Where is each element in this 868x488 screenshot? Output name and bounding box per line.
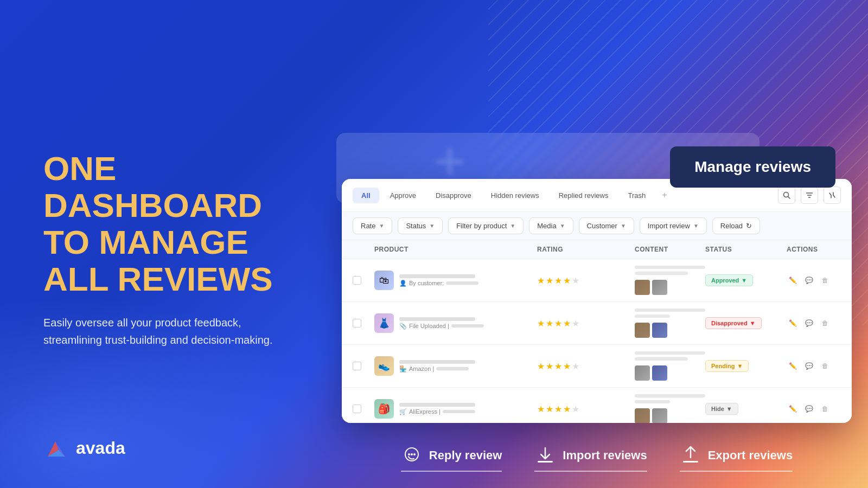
row3-content-bar1 [635,351,705,355]
tab-approve[interactable]: Approve [381,188,425,203]
tab-disapprove[interactable]: Disapprove [427,188,480,203]
row1-status-chevron: ▼ [741,277,747,284]
row2-product-thumb: 👗 [374,313,394,333]
reply-icon-svg [402,446,422,465]
star4: ★ [563,361,571,371]
row2-source: 📎 File Uploaded | [399,323,484,330]
row2-status-badge[interactable]: Disapproved ▼ [705,317,762,329]
row1-edit-icon[interactable]: ✏️ [787,274,799,286]
row3-checkbox[interactable] [353,362,361,370]
row1-content-bar1 [635,266,705,269]
row1-product-bar-long [399,274,475,278]
col-checkbox [353,246,374,253]
media-chevron-icon: ▼ [560,223,565,229]
import-review-chevron-icon: ▼ [693,223,699,229]
row1-product-thumb: 🛍 [374,271,394,290]
row3-reply-icon[interactable]: 💬 [803,360,815,372]
export-reviews-button[interactable]: Export reviews [680,445,793,472]
row2-delete-icon[interactable]: 🗑 [819,317,831,329]
customer-filter[interactable]: Customer ▼ [579,217,634,234]
reload-button[interactable]: Reload ↻ [712,217,760,234]
media-filter[interactable]: Media ▼ [529,217,573,234]
import-icon-svg [535,446,555,465]
row1-checkbox[interactable] [353,276,361,285]
row4-status-badge[interactable]: Hide ▼ [705,403,738,415]
table-row: 👟 🏪 Amazon | ★ ★ ★ ★ ★ [342,345,852,388]
tab-hidden-reviews[interactable]: Hidden reviews [482,188,548,203]
export-reviews-label: Export reviews [708,448,793,463]
row1-reply-icon[interactable]: 💬 [803,274,815,286]
row1-delete-icon[interactable]: 🗑 [819,274,831,286]
import-review-button[interactable]: Import review ▼ [640,217,707,234]
row3-product-cell: 👟 🏪 Amazon | [374,356,537,376]
row3-product-info: 🏪 Amazon | [399,360,475,373]
row1-source-bar [446,281,478,285]
table-row: 👗 📎 File Uploaded | ★ ★ ★ ★ [342,302,852,345]
tab-add-button[interactable]: + [656,187,672,204]
tab-all[interactable]: All [353,188,379,203]
table-body: 🛍 👤 By customer: ★ ★ ★ ★ [342,259,852,423]
star1: ★ [537,404,545,414]
star2: ★ [546,361,553,371]
row2-source-bar [451,324,484,328]
row1-status-badge[interactable]: Approved ▼ [705,274,753,286]
row3-media-thumb1 [635,365,650,381]
sort-button[interactable] [824,187,841,204]
row3-delete-icon[interactable]: 🗑 [819,360,831,372]
svg-rect-14 [683,461,698,463]
row4-content-bar2 [635,400,670,403]
headline-line2: TO MANAGE [43,224,320,261]
row1-media-thumb2 [652,280,667,295]
row2-media-thumb2 [652,323,667,338]
status-filter[interactable]: Status ▼ [398,217,443,234]
aliexpress-icon: 🛒 [399,408,407,415]
row2-edit-icon[interactable]: ✏️ [787,317,799,329]
row3-product-thumb: 👟 [374,356,394,376]
filter-by-product-button[interactable]: Filter by product ▼ [448,217,524,234]
svg-line-5 [788,197,790,199]
dashboard-panel: All Approve Disapprove Hidden reviews Re… [342,179,852,423]
filter-button[interactable] [801,187,818,204]
row4-delete-icon[interactable]: 🗑 [819,403,831,415]
row3-status-badge[interactable]: Pending ▼ [705,360,749,372]
row4-status-chevron: ▼ [726,406,732,412]
row1-status-cell: Approved ▼ [705,274,787,286]
table-header: Product Rating Content Status Actions [342,240,852,259]
tab-replied-reviews[interactable]: Replied reviews [550,188,617,203]
search-button[interactable] [778,187,795,204]
bottom-buttons-bar: Reply review Import reviews Export r [326,428,868,488]
row3-edit-icon[interactable]: ✏️ [787,360,799,372]
rate-filter-label: Rate [361,222,375,230]
reply-review-button[interactable]: Reply review [401,445,502,472]
col-rating: Rating [537,246,635,253]
row3-status-label: Pending [711,363,735,369]
row3-status-chevron: ▼ [737,363,743,369]
rate-filter[interactable]: Rate ▼ [353,217,392,234]
import-reviews-button[interactable]: Import reviews [534,445,647,472]
headline-line3: ALL REVIEWS [43,261,320,298]
row3-source-label: Amazon | [409,365,434,372]
headline: ONE DASHBOARD TO MANAGE ALL REVIEWS [43,150,320,298]
amazon-icon: 🏪 [399,365,407,373]
tab-trash[interactable]: Trash [619,188,654,203]
row1-media-thumbs [635,280,705,295]
row2-checkbox[interactable] [353,319,361,328]
svg-rect-13 [538,461,553,463]
row2-reply-icon[interactable]: 💬 [803,317,815,329]
table-row: 🛍 👤 By customer: ★ ★ ★ ★ [342,259,852,302]
row3-product-bar-long [399,360,475,364]
right-section: + Manage reviews All Approve Disapprove … [326,0,868,488]
rate-chevron-icon: ▼ [379,223,384,229]
svg-point-11 [408,453,410,455]
col-status: Status [705,246,787,253]
row4-edit-icon[interactable]: ✏️ [787,403,799,415]
row1-product-cell: 🛍 👤 By customer: [374,271,537,290]
row1-content-bar2 [635,272,688,275]
customer-chevron-icon: ▼ [621,223,626,229]
row4-checkbox[interactable] [353,404,361,413]
status-filter-label: Status [406,222,426,230]
row3-stars: ★ ★ ★ ★ ★ [537,361,635,371]
row2-product-info: 📎 File Uploaded | [399,317,484,330]
row3-source-bar [436,367,469,370]
row4-reply-icon[interactable]: 💬 [803,403,815,415]
